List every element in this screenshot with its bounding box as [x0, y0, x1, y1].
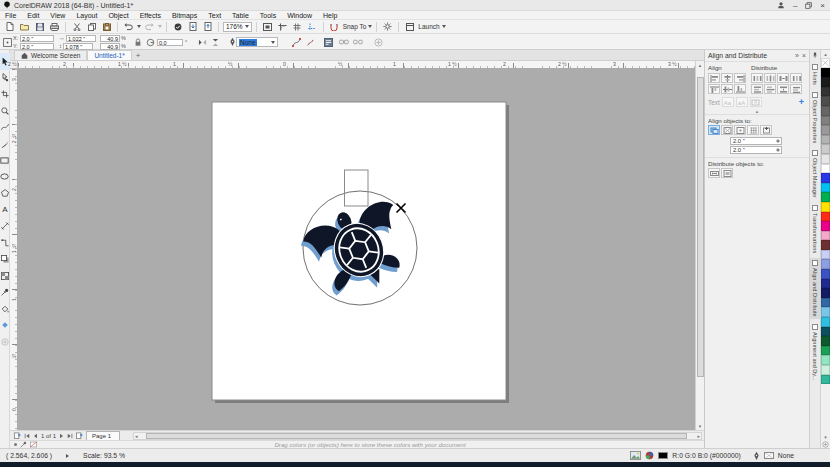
shape-tool[interactable]	[0, 70, 10, 87]
statusbar-expand-icon[interactable]	[66, 454, 69, 458]
palette-swatch-1a1a1a[interactable]	[821, 77, 830, 87]
crop-tool[interactable]	[0, 86, 10, 103]
distribute-left-button[interactable]	[751, 73, 763, 83]
distribute-bottom-button[interactable]	[790, 84, 802, 94]
next-page-button[interactable]	[59, 433, 64, 439]
drop-shadow-tool[interactable]	[0, 251, 10, 268]
scale-v-input[interactable]: 40.9	[100, 43, 120, 50]
palette-swatch-b3b3b3[interactable]	[821, 135, 830, 145]
menu-table[interactable]: Table	[232, 12, 249, 19]
y-spin-down[interactable]	[776, 150, 780, 152]
mirror-vertical-button[interactable]	[209, 36, 221, 48]
save-button[interactable]	[33, 21, 46, 33]
distribute-to-extent-of-page-button[interactable]	[721, 168, 733, 178]
align-point-y-input[interactable]: 2.0 "	[730, 146, 782, 154]
palette-swatch-999999[interactable]	[821, 125, 830, 135]
align-text-baseline-first-button[interactable]: Aa	[722, 97, 734, 107]
scroll-right-arrow[interactable]: ▸	[697, 433, 700, 440]
vertical-scroll-track[interactable]	[696, 69, 705, 422]
align-text-baseline-last-button[interactable]: aA	[736, 97, 748, 107]
align-bottom-button[interactable]	[734, 84, 746, 94]
menu-window[interactable]: Window	[287, 12, 312, 19]
docker-tab-transformations[interactable]: Transformations	[810, 203, 821, 255]
polygon-tool[interactable]	[0, 185, 10, 202]
add-page-end-button[interactable]	[76, 432, 83, 439]
open-button[interactable]	[18, 21, 31, 33]
scale-h-input[interactable]: 40.9	[100, 35, 120, 42]
palette-swatch-ffe100[interactable]	[821, 202, 830, 212]
outline-color-swatch[interactable]	[764, 452, 774, 459]
palette-swatch-6e2f33[interactable]	[821, 240, 830, 250]
lock-ratio-button[interactable]	[132, 36, 144, 48]
undo-dropdown-arrow[interactable]	[137, 25, 141, 28]
search-content-button[interactable]	[171, 21, 184, 33]
add-page-start-button[interactable]	[14, 432, 21, 439]
redo-dropdown-arrow[interactable]	[158, 25, 162, 28]
align-center-horizontal-button[interactable]	[721, 73, 733, 83]
outline-pen-icon[interactable]	[753, 451, 760, 461]
last-page-button[interactable]	[67, 433, 73, 439]
docker-tab-align-and-distribute[interactable]: Align and Distribute	[810, 258, 821, 319]
x-spin-down[interactable]	[776, 141, 780, 143]
docker-tab-alignment-and-dy[interactable]: Alignment and Dy...	[810, 322, 821, 382]
palette-swatch-eb008b[interactable]	[821, 221, 830, 231]
palette-options-button[interactable]	[822, 441, 829, 448]
snap-to-dropdown[interactable]: Snap To	[343, 23, 373, 30]
menu-help[interactable]: Help	[323, 12, 337, 19]
palette-scroll-up-arrow[interactable]: ▴	[824, 51, 827, 58]
show-rulers-button[interactable]	[276, 21, 289, 33]
unlink-button[interactable]	[352, 36, 364, 48]
freehand-tool[interactable]	[0, 119, 10, 136]
palette-swatch-121b63[interactable]	[821, 288, 830, 298]
distribute-to-extent-of-selection-button[interactable]	[708, 168, 720, 178]
parallel-dimension-tool[interactable]	[0, 218, 10, 235]
distribute-right-button[interactable]	[790, 73, 802, 83]
palette-handle-icon[interactable]	[14, 443, 17, 446]
print-button[interactable]	[48, 21, 61, 33]
close-path-button[interactable]	[304, 36, 316, 48]
vertical-scroll-thumb[interactable]	[697, 77, 704, 377]
rectangle-tool[interactable]	[0, 152, 10, 169]
wrap-text-button[interactable]	[322, 36, 334, 48]
palette-swatch-ffffff[interactable]	[821, 164, 830, 174]
menu-layout[interactable]: Layout	[76, 12, 97, 19]
palette-swatch-000000[interactable]	[821, 68, 830, 78]
tab-untitled-1[interactable]: Untitled-1*	[87, 50, 131, 60]
rotation-angle-input[interactable]: 0.0	[157, 39, 183, 46]
export-button[interactable]	[201, 21, 214, 33]
palette-swatch-3a52c4[interactable]	[821, 269, 830, 279]
ellipse-tool[interactable]	[0, 169, 10, 186]
object-width-input[interactable]: 1.022 "	[66, 35, 96, 42]
palette-no-color-swatch[interactable]	[821, 58, 830, 68]
align-right-button[interactable]	[734, 73, 746, 83]
palette-swatch-ccf1df[interactable]	[821, 365, 830, 375]
palette-swatch-0e5a2f[interactable]	[821, 336, 830, 346]
mirror-horizontal-button[interactable]	[196, 36, 208, 48]
add-alignment-button[interactable]: +	[799, 97, 804, 107]
outline-width-dropdown[interactable]: None	[236, 37, 278, 47]
palette-eyedropper-icon[interactable]	[20, 441, 27, 448]
horizontal-scrollbar[interactable]: ◂ ▸	[133, 432, 702, 440]
no-color-swatch[interactable]	[30, 441, 37, 448]
align-to-center-of-page-button[interactable]	[734, 125, 746, 135]
align-point-x-input[interactable]: 2.0 "	[730, 137, 782, 145]
zoom-tool[interactable]	[0, 103, 10, 120]
align-to-edge-of-page-button[interactable]	[721, 125, 733, 135]
menu-text[interactable]: Text	[208, 12, 221, 19]
import-button[interactable]	[186, 21, 199, 33]
palette-swatch-cccccc[interactable]	[821, 144, 830, 154]
options-gear-button[interactable]	[381, 21, 394, 33]
drawing-canvas[interactable]	[18, 69, 695, 430]
horizontal-ruler[interactable]: 2 ½21 ½1½0½11 ½22 ½33 ½	[18, 61, 695, 69]
account-icon[interactable]	[777, 1, 785, 9]
menu-edit[interactable]: Edit	[27, 12, 39, 19]
cut-button[interactable]	[70, 21, 83, 33]
palette-swatch-7ac6e8[interactable]	[821, 307, 830, 317]
palette-swatch-00c2f0[interactable]	[821, 183, 830, 193]
previous-page-button[interactable]	[33, 433, 38, 439]
paste-button[interactable]	[100, 21, 113, 33]
menu-file[interactable]: File	[5, 12, 16, 19]
fill-color-swatch[interactable]	[658, 452, 668, 459]
full-screen-preview-button[interactable]	[261, 21, 274, 33]
distribute-center-horizontal-button[interactable]	[764, 73, 776, 83]
